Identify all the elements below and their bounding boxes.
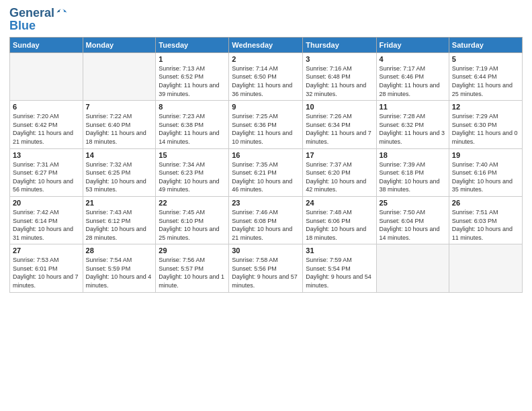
day-info: Sunrise: 7:58 AMSunset: 5:56 PMDaylight:… xyxy=(232,256,300,289)
day-number: 1 xyxy=(159,55,226,63)
calendar-cell: 12Sunrise: 7:29 AMSunset: 6:30 PMDayligh… xyxy=(449,101,522,148)
calendar-cell: 1Sunrise: 7:13 AMSunset: 6:52 PMDaylight… xyxy=(156,52,229,100)
calendar-cell: 7Sunrise: 7:22 AMSunset: 6:40 PMDaylight… xyxy=(83,101,156,148)
calendar-cell: 11Sunrise: 7:28 AMSunset: 6:32 PMDayligh… xyxy=(376,101,449,148)
day-number: 18 xyxy=(380,151,446,159)
day-number: 14 xyxy=(86,151,153,159)
day-number: 17 xyxy=(306,151,373,159)
day-number: 11 xyxy=(380,103,446,111)
day-info: Sunrise: 7:40 AMSunset: 6:16 PMDaylight:… xyxy=(452,161,519,194)
calendar-cell xyxy=(83,52,156,100)
weekday-friday: Friday xyxy=(376,37,449,52)
day-info: Sunrise: 7:17 AMSunset: 6:46 PMDaylight:… xyxy=(380,64,446,98)
day-info: Sunrise: 7:13 AMSunset: 6:52 PMDaylight:… xyxy=(159,64,226,98)
day-info: Sunrise: 7:46 AMSunset: 6:08 PMDaylight:… xyxy=(232,208,300,242)
week-row-4: 20Sunrise: 7:42 AMSunset: 6:14 PMDayligh… xyxy=(10,196,523,244)
day-number: 5 xyxy=(452,55,519,63)
day-info: Sunrise: 7:34 AMSunset: 6:23 PMDaylight:… xyxy=(159,161,226,194)
calendar-cell xyxy=(376,244,449,292)
day-number: 3 xyxy=(306,55,373,63)
logo-bird-icon xyxy=(56,7,68,19)
calendar-table: SundayMondayTuesdayWednesdayThursdayFrid… xyxy=(9,37,523,293)
logo-blue: Blue xyxy=(9,19,68,33)
day-info: Sunrise: 7:29 AMSunset: 6:30 PMDaylight:… xyxy=(452,112,519,146)
weekday-thursday: Thursday xyxy=(303,37,376,52)
calendar-cell: 22Sunrise: 7:45 AMSunset: 6:10 PMDayligh… xyxy=(156,196,229,244)
day-number: 16 xyxy=(232,151,300,159)
week-row-3: 13Sunrise: 7:31 AMSunset: 6:27 PMDayligh… xyxy=(10,148,523,196)
day-number: 23 xyxy=(232,199,300,207)
weekday-wednesday: Wednesday xyxy=(229,37,303,52)
week-row-1: 1Sunrise: 7:13 AMSunset: 6:52 PMDaylight… xyxy=(10,52,523,100)
day-number: 25 xyxy=(380,199,446,207)
calendar-cell: 25Sunrise: 7:50 AMSunset: 6:04 PMDayligh… xyxy=(376,196,449,244)
day-number: 7 xyxy=(86,103,153,111)
day-number: 12 xyxy=(452,103,519,111)
calendar-cell: 14Sunrise: 7:32 AMSunset: 6:25 PMDayligh… xyxy=(83,148,156,196)
day-number: 24 xyxy=(306,199,373,207)
calendar-cell: 5Sunrise: 7:19 AMSunset: 6:44 PMDaylight… xyxy=(449,52,522,100)
day-number: 31 xyxy=(306,246,373,255)
calendar-cell: 28Sunrise: 7:54 AMSunset: 5:59 PMDayligh… xyxy=(83,244,156,292)
day-number: 26 xyxy=(452,199,519,207)
day-number: 2 xyxy=(232,55,300,63)
calendar-cell: 4Sunrise: 7:17 AMSunset: 6:46 PMDaylight… xyxy=(376,52,449,100)
calendar-cell: 27Sunrise: 7:53 AMSunset: 6:01 PMDayligh… xyxy=(10,244,83,292)
header: General Blue xyxy=(9,7,523,33)
day-info: Sunrise: 7:22 AMSunset: 6:40 PMDaylight:… xyxy=(86,112,153,146)
calendar-cell: 17Sunrise: 7:37 AMSunset: 6:20 PMDayligh… xyxy=(303,148,376,196)
day-info: Sunrise: 7:54 AMSunset: 5:59 PMDaylight:… xyxy=(86,256,153,289)
calendar-cell: 21Sunrise: 7:43 AMSunset: 6:12 PMDayligh… xyxy=(83,196,156,244)
day-number: 15 xyxy=(159,151,226,159)
day-number: 27 xyxy=(13,246,80,255)
calendar-cell: 10Sunrise: 7:26 AMSunset: 6:34 PMDayligh… xyxy=(303,101,376,148)
logo: General Blue xyxy=(9,7,68,33)
day-number: 28 xyxy=(86,246,153,255)
day-number: 4 xyxy=(380,55,446,63)
day-number: 9 xyxy=(232,103,300,111)
day-info: Sunrise: 7:16 AMSunset: 6:48 PMDaylight:… xyxy=(306,64,373,98)
day-info: Sunrise: 7:39 AMSunset: 6:18 PMDaylight:… xyxy=(380,161,446,194)
week-row-2: 6Sunrise: 7:20 AMSunset: 6:42 PMDaylight… xyxy=(10,101,523,148)
day-info: Sunrise: 7:31 AMSunset: 6:27 PMDaylight:… xyxy=(13,161,80,194)
calendar-cell: 19Sunrise: 7:40 AMSunset: 6:16 PMDayligh… xyxy=(449,148,522,196)
day-info: Sunrise: 7:35 AMSunset: 6:21 PMDaylight:… xyxy=(232,161,300,194)
calendar-cell: 31Sunrise: 7:59 AMSunset: 5:54 PMDayligh… xyxy=(303,244,376,292)
day-info: Sunrise: 7:32 AMSunset: 6:25 PMDaylight:… xyxy=(86,161,153,194)
calendar-cell: 20Sunrise: 7:42 AMSunset: 6:14 PMDayligh… xyxy=(10,196,83,244)
day-number: 21 xyxy=(86,199,153,207)
day-number: 22 xyxy=(159,199,226,207)
weekday-header-row: SundayMondayTuesdayWednesdayThursdayFrid… xyxy=(10,37,523,52)
calendar-cell: 13Sunrise: 7:31 AMSunset: 6:27 PMDayligh… xyxy=(10,148,83,196)
calendar-cell: 16Sunrise: 7:35 AMSunset: 6:21 PMDayligh… xyxy=(229,148,303,196)
day-number: 30 xyxy=(232,246,300,255)
calendar-cell: 9Sunrise: 7:25 AMSunset: 6:36 PMDaylight… xyxy=(229,101,303,148)
day-info: Sunrise: 7:20 AMSunset: 6:42 PMDaylight:… xyxy=(13,112,80,146)
day-info: Sunrise: 7:50 AMSunset: 6:04 PMDaylight:… xyxy=(380,208,446,242)
day-info: Sunrise: 7:43 AMSunset: 6:12 PMDaylight:… xyxy=(86,208,153,242)
calendar-cell: 29Sunrise: 7:56 AMSunset: 5:57 PMDayligh… xyxy=(156,244,229,292)
weekday-sunday: Sunday xyxy=(10,37,83,52)
day-info: Sunrise: 7:56 AMSunset: 5:57 PMDaylight:… xyxy=(159,256,226,289)
calendar-cell: 23Sunrise: 7:46 AMSunset: 6:08 PMDayligh… xyxy=(229,196,303,244)
calendar-cell: 18Sunrise: 7:39 AMSunset: 6:18 PMDayligh… xyxy=(376,148,449,196)
day-info: Sunrise: 7:53 AMSunset: 6:01 PMDaylight:… xyxy=(13,256,80,289)
day-info: Sunrise: 7:59 AMSunset: 5:54 PMDaylight:… xyxy=(306,256,373,289)
day-number: 19 xyxy=(452,151,519,159)
day-info: Sunrise: 7:14 AMSunset: 6:50 PMDaylight:… xyxy=(232,64,300,98)
day-info: Sunrise: 7:23 AMSunset: 6:38 PMDaylight:… xyxy=(159,112,226,146)
day-number: 8 xyxy=(159,103,226,111)
day-info: Sunrise: 7:37 AMSunset: 6:20 PMDaylight:… xyxy=(306,161,373,194)
calendar-cell: 15Sunrise: 7:34 AMSunset: 6:23 PMDayligh… xyxy=(156,148,229,196)
calendar-cell: 26Sunrise: 7:51 AMSunset: 6:03 PMDayligh… xyxy=(449,196,522,244)
week-row-5: 27Sunrise: 7:53 AMSunset: 6:01 PMDayligh… xyxy=(10,244,523,292)
day-info: Sunrise: 7:45 AMSunset: 6:10 PMDaylight:… xyxy=(159,208,226,242)
calendar-cell xyxy=(449,244,522,292)
calendar-cell: 2Sunrise: 7:14 AMSunset: 6:50 PMDaylight… xyxy=(229,52,303,100)
calendar-body: 1Sunrise: 7:13 AMSunset: 6:52 PMDaylight… xyxy=(10,52,523,292)
calendar-cell: 8Sunrise: 7:23 AMSunset: 6:38 PMDaylight… xyxy=(156,101,229,148)
calendar-cell: 6Sunrise: 7:20 AMSunset: 6:42 PMDaylight… xyxy=(10,101,83,148)
day-number: 29 xyxy=(159,246,226,255)
weekday-monday: Monday xyxy=(83,37,156,52)
day-number: 13 xyxy=(13,151,80,159)
